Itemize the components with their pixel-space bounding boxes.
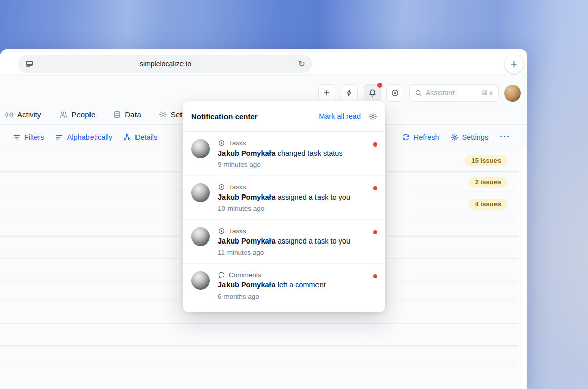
details-button[interactable]: Details [123, 133, 157, 141]
broadcast-icon [5, 110, 14, 119]
gear-icon [450, 133, 459, 141]
browser-chrome: simplelocalize.io ↻ + [0, 49, 527, 74]
url-text[interactable]: simplelocalize.io [18, 60, 312, 68]
refresh-icon [402, 133, 410, 141]
mark-all-read-button[interactable]: Mark all read [319, 112, 361, 120]
filter-lines-icon [13, 133, 21, 141]
notification-badge-dot [377, 83, 382, 88]
table-row[interactable] [0, 346, 521, 367]
view-settings-button[interactable]: Settings [450, 133, 488, 141]
unread-dot [373, 230, 377, 234]
unread-dot [373, 142, 377, 147]
view-settings-label: Settings [462, 133, 488, 141]
comment-bubble-icon [218, 271, 225, 279]
nav-item-activity[interactable]: Activity [5, 110, 41, 119]
tasks-record-icon [218, 183, 225, 191]
bell-icon [368, 89, 377, 98]
refresh-label: Refresh [414, 133, 439, 141]
notification-category: Tasks [229, 183, 246, 191]
notification-category: Comments [229, 271, 261, 279]
avatar [191, 139, 210, 158]
sort-label: Alphabetically [67, 133, 112, 141]
people-icon [59, 110, 68, 119]
app-header: ⌘ k [0, 74, 527, 105]
gear-icon [159, 110, 167, 119]
notification-message: Jakub Pomykała assigned a task to you [218, 193, 365, 201]
database-icon [113, 110, 121, 119]
search-icon [415, 89, 422, 97]
filters-label: Filters [24, 133, 44, 141]
keyboard-shortcut: ⌘ k [481, 89, 493, 97]
tasks-record-icon [218, 227, 225, 235]
scrollbar-gutter [521, 150, 527, 389]
notification-time: 11 minutes ago [218, 249, 365, 256]
notification-message: Jakub Pomykała assigned a task to you [218, 237, 365, 245]
sort-button[interactable]: Alphabetically [55, 133, 112, 141]
nav-label: People [72, 110, 96, 119]
avatar [191, 227, 210, 246]
focus-button[interactable] [386, 84, 403, 102]
avatar [191, 271, 210, 290]
hierarchy-icon [123, 133, 131, 141]
notification-message: Jakub Pomykała changed task status [218, 149, 365, 157]
notification-category: Tasks [229, 139, 246, 147]
issues-badge: 15 issues [465, 155, 508, 166]
notification-settings-button[interactable] [369, 112, 377, 121]
notification-category: Tasks [229, 227, 246, 235]
address-bar[interactable]: simplelocalize.io ↻ [18, 55, 312, 73]
table-row[interactable] [0, 367, 521, 389]
notification-item[interactable]: Tasks Jakub Pomykała assigned a task to … [183, 176, 385, 220]
assistant-search[interactable]: ⌘ k [409, 84, 499, 102]
new-tab-button[interactable]: + [505, 55, 523, 73]
nav-item-people[interactable]: People [59, 110, 96, 119]
target-icon [391, 89, 399, 98]
notification-time: 10 minutes ago [218, 205, 365, 212]
notification-center-header: Notification center Mark all read [183, 101, 385, 132]
quick-actions-button[interactable] [341, 84, 358, 102]
gear-icon [369, 112, 377, 121]
sort-lines-icon [55, 133, 63, 141]
avatar [191, 183, 210, 202]
details-label: Details [135, 133, 157, 141]
table-row[interactable] [0, 324, 521, 346]
notification-time: 6 months ago [218, 293, 365, 300]
add-button[interactable] [318, 84, 335, 102]
more-options-button[interactable]: ··· [500, 134, 510, 140]
unread-dot [373, 274, 377, 278]
notification-message: Jakub Pomykała left a comment [218, 281, 365, 289]
nav-label: Data [125, 110, 141, 119]
nav-item-data[interactable]: Data [113, 110, 141, 119]
refresh-button[interactable]: Refresh [402, 133, 439, 141]
lightning-icon [345, 89, 353, 97]
notification-item[interactable]: Tasks Jakub Pomykała changed task status… [183, 132, 385, 176]
popup-title: Notification center [191, 112, 258, 121]
issues-badge: 2 issues [469, 177, 508, 188]
notifications-button[interactable] [364, 84, 381, 102]
notification-item[interactable]: Comments Jakub Pomykała left a comment 6… [183, 264, 385, 312]
notification-center-popup: Notification center Mark all read Tasks [183, 101, 385, 312]
user-avatar[interactable] [504, 85, 521, 102]
unread-dot [373, 186, 377, 190]
issues-badge: 4 issues [469, 199, 508, 210]
tasks-record-icon [218, 139, 225, 147]
notification-item[interactable]: Tasks Jakub Pomykała assigned a task to … [183, 220, 385, 264]
nav-label: Activity [17, 110, 41, 119]
filters-button[interactable]: Filters [13, 133, 44, 141]
plus-icon [323, 89, 331, 97]
notification-time: 9 minutes ago [218, 161, 365, 168]
assistant-input[interactable] [426, 89, 478, 97]
